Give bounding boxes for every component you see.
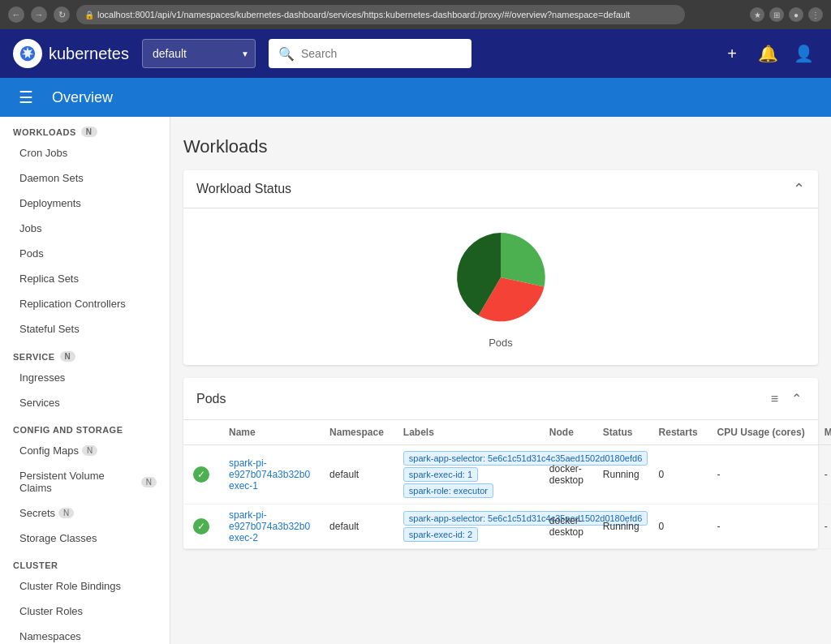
chart-label: Pods <box>489 337 513 349</box>
pods-pie-chart <box>448 225 553 330</box>
bookmark-icon: ★ <box>750 7 764 22</box>
sidebar: Workloads N Cron Jobs Daemon Sets Deploy… <box>0 117 170 644</box>
collapse-pods-button[interactable]: ⌃ <box>788 388 805 410</box>
page-title: Workloads <box>183 136 818 157</box>
topbar: kubernetes default ▼ 🔍 + 🔔 👤 <box>0 29 831 78</box>
sidebar-item-replication-controllers[interactable]: Replication Controllers <box>0 291 170 316</box>
logo[interactable]: kubernetes <box>13 39 129 68</box>
pod-name-link[interactable]: spark-pi-e927b074a3b32b0exec-2 <box>229 509 310 543</box>
section-title: Overview <box>52 89 113 106</box>
pod-name-link[interactable]: spark-pi-e927b074a3b32b0exec-1 <box>229 457 310 492</box>
sidebar-item-services[interactable]: Services <box>0 390 170 415</box>
sidebar-item-cron-jobs[interactable]: Cron Jobs <box>0 140 170 165</box>
label-chip: spark-role: executor <box>403 483 493 498</box>
user-profile-button[interactable]: 👤 <box>789 39 818 68</box>
pod-labels-cell: spark-app-selector: 5e6c1c51d31c4c35aed1… <box>394 504 540 549</box>
col-memory: Memory Usage (bytes) <box>815 420 831 445</box>
pod-namespace-cell: default <box>320 445 394 504</box>
pod-labels-cell: spark-app-selector: 5e6c1c51d31c4c35aed1… <box>394 445 540 504</box>
col-status <box>183 420 219 445</box>
sidebar-item-stateful-sets[interactable]: Stateful Sets <box>0 316 170 341</box>
pod-memory-cell: - <box>815 504 831 549</box>
sidebar-item-ingresses[interactable]: Ingresses <box>0 365 170 390</box>
col-cpu: CPU Usage (cores) <box>708 420 815 445</box>
col-restarts: Restarts <box>649 420 708 445</box>
pod-name-cell: spark-pi-e927b074a3b32b0exec-2 <box>219 504 320 549</box>
col-node: Node <box>540 420 593 445</box>
topbar-actions: + 🔔 👤 <box>717 39 818 68</box>
pods-card-header: Pods ≡ ⌃ <box>183 378 818 420</box>
chart-area: Pods <box>183 208 818 365</box>
sidebar-item-daemon-sets[interactable]: Daemon Sets <box>0 165 170 191</box>
pod-restarts-cell: 0 <box>649 504 708 549</box>
sidebar-item-config-maps[interactable]: Config Maps N <box>0 438 170 463</box>
pod-name-cell: spark-pi-e927b074a3b32b0exec-1 <box>219 445 320 504</box>
notifications-button[interactable]: 🔔 <box>753 39 782 68</box>
label-chip: spark-app-selector: 5e6c1c51d31c4c35aed1… <box>403 451 648 466</box>
sidebar-item-cluster-roles[interactable]: Cluster Roles <box>0 599 170 624</box>
browser-chrome: ← → ↻ 🔒 localhost:8001/api/v1/namespaces… <box>0 0 831 29</box>
collapse-workload-status-button[interactable]: ⌃ <box>793 180 805 198</box>
table-row: ✓spark-pi-e927b074a3b32b0exec-2defaultsp… <box>183 504 831 549</box>
namespace-dropdown[interactable]: default <box>142 39 256 68</box>
profile-icon: ● <box>789 7 803 22</box>
back-button[interactable]: ← <box>8 6 24 23</box>
label-chip: spark-exec-id: 2 <box>403 527 478 542</box>
filter-button[interactable]: ≡ <box>768 389 781 410</box>
table-header-row: Name Namespace Labels Node Status Restar… <box>183 420 831 445</box>
workload-status-title: Workload Status <box>196 182 291 196</box>
reload-button[interactable]: ↻ <box>54 6 70 23</box>
sidebar-group-workloads: Workloads N <box>0 117 170 140</box>
search-icon: 🔍 <box>278 46 295 62</box>
pod-restarts-cell: 0 <box>649 445 708 504</box>
add-button[interactable]: + <box>717 39 747 68</box>
col-name: Name <box>219 420 320 445</box>
col-namespace: Namespace <box>320 420 394 445</box>
pod-cpu-cell: - <box>708 504 815 549</box>
sidebar-item-storage-classes[interactable]: Storage Classes <box>0 526 170 551</box>
sidebar-group-cluster: Cluster <box>0 551 170 573</box>
extensions-icon: ⊞ <box>769 7 784 22</box>
main-content: Workloads Workload Status ⌃ <box>170 117 831 644</box>
section-header: ☰ Overview <box>0 78 831 117</box>
label-chip: spark-exec-id: 1 <box>403 467 478 482</box>
pod-cpu-cell: - <box>708 445 815 504</box>
sidebar-item-pods[interactable]: Pods <box>0 241 170 266</box>
namespace-selector[interactable]: default ▼ <box>142 39 256 68</box>
sidebar-item-replica-sets[interactable]: Replica Sets <box>0 266 170 291</box>
url-bar: 🔒 localhost:8001/api/v1/namespaces/kuber… <box>76 5 685 24</box>
hamburger-menu-button[interactable]: ☰ <box>13 84 39 110</box>
sidebar-item-namespaces[interactable]: Namespaces <box>0 624 170 644</box>
pods-table: Name Namespace Labels Node Status Restar… <box>183 420 831 549</box>
sidebar-item-cluster-role-bindings[interactable]: Cluster Role Bindings <box>0 573 170 599</box>
status-ok-icon: ✓ <box>193 466 209 483</box>
sidebar-item-jobs[interactable]: Jobs <box>0 216 170 241</box>
workload-status-header: Workload Status ⌃ <box>183 170 818 208</box>
sidebar-item-secrets[interactable]: Secrets N <box>0 500 170 526</box>
table-row: ✓spark-pi-e927b074a3b32b0exec-1defaultsp… <box>183 445 831 504</box>
pod-status-icon-cell: ✓ <box>183 445 219 504</box>
pods-header-actions: ≡ ⌃ <box>768 388 805 410</box>
col-status-text: Status <box>593 420 649 445</box>
status-ok-icon: ✓ <box>193 518 209 535</box>
forward-button[interactable]: → <box>31 6 47 23</box>
pod-status-icon-cell: ✓ <box>183 504 219 549</box>
menu-icon: ⋮ <box>808 7 823 22</box>
sidebar-item-deployments[interactable]: Deployments <box>0 191 170 216</box>
sidebar-group-config: Config and Storage <box>0 415 170 438</box>
search-bar[interactable]: 🔍 <box>269 39 471 68</box>
pod-namespace-cell: default <box>320 504 394 549</box>
logo-text: kubernetes <box>49 45 129 63</box>
search-input[interactable] <box>301 47 462 60</box>
browser-toolbar: ★ ⊞ ● ⋮ <box>750 7 823 22</box>
kubernetes-logo <box>13 39 42 68</box>
col-labels: Labels <box>394 420 540 445</box>
pods-section-title: Pods <box>196 392 226 406</box>
workloads-badge: N <box>81 127 97 137</box>
app-body: Workloads N Cron Jobs Daemon Sets Deploy… <box>0 117 831 644</box>
sidebar-item-pvc[interactable]: Persistent Volume Claims N <box>0 463 170 500</box>
service-badge: N <box>60 351 76 362</box>
workload-status-card: Workload Status ⌃ Pods <box>183 170 818 365</box>
pods-card: Pods ≡ ⌃ Name Namespace Labels Node Stat… <box>183 378 818 549</box>
pod-memory-cell: - <box>815 445 831 504</box>
